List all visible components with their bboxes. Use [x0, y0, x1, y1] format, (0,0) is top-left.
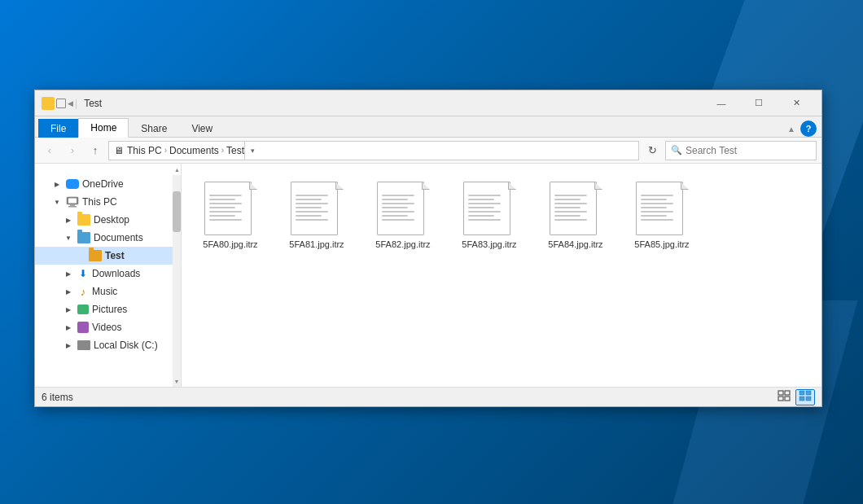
- chevron-pictures-icon: ▶: [63, 304, 74, 315]
- view-grid-button[interactable]: [774, 389, 794, 405]
- pictures-folder-icon: [77, 305, 89, 314]
- doc-line: [209, 211, 242, 213]
- doc-line: [468, 203, 501, 204]
- sidebar-item-downloads[interactable]: ▶ ⬇ Downloads: [35, 265, 181, 283]
- forward-button[interactable]: ›: [63, 141, 82, 160]
- sidebar-label-documents: Documents: [94, 232, 143, 243]
- titlebar-nav-left: ◀: [68, 99, 73, 107]
- forward-icon: ›: [71, 144, 74, 156]
- file-item[interactable]: 5FA81.jpg.itrz: [276, 172, 357, 255]
- path-this-pc[interactable]: This PC: [127, 145, 162, 156]
- ribbon-expand-icon[interactable]: ▲: [787, 125, 795, 134]
- ribbon-right: ▲ ?: [787, 121, 821, 137]
- svg-rect-3: [68, 206, 77, 208]
- doc-line: [382, 215, 408, 217]
- sidebar-item-thispc[interactable]: ▼ This PC: [35, 193, 181, 211]
- scrollbar-thumb[interactable]: [173, 191, 181, 232]
- sidebar-item-localdisk[interactable]: ▶ Local Disk (C:): [35, 336, 181, 354]
- doc-line: [209, 195, 242, 196]
- sidebar-item-onedrive[interactable]: ▶ OneDrive: [35, 175, 181, 193]
- path-computer-icon: 🖥: [114, 145, 124, 156]
- sidebar: ▲ ▶ OneDrive ▼ This PC: [35, 164, 182, 387]
- up-icon: ↑: [93, 144, 99, 156]
- help-button[interactable]: ?: [800, 121, 817, 137]
- doc-line: [554, 199, 580, 200]
- close-button[interactable]: ✕: [778, 90, 815, 116]
- refresh-button[interactable]: ↻: [642, 141, 662, 160]
- titlebar-separator: |: [75, 98, 77, 109]
- file-item[interactable]: 5FA85.jpg.itrz: [621, 172, 703, 255]
- titlebar: ◀ | Test — ☐ ✕: [35, 90, 821, 116]
- doc-line: [382, 211, 414, 213]
- view-list-button[interactable]: [795, 389, 815, 405]
- path-documents[interactable]: Documents: [169, 145, 219, 156]
- maximize-button[interactable]: ☐: [740, 90, 778, 116]
- sidebar-item-desktop[interactable]: ▶ Desktop: [35, 211, 181, 229]
- titlebar-folder-icon: [42, 97, 55, 110]
- chevron-test-icon: [74, 250, 85, 261]
- sidebar-item-pictures[interactable]: ▶ Pictures: [35, 300, 181, 318]
- svg-rect-10: [799, 397, 804, 401]
- explorer-window: ◀ | Test — ☐ ✕ File Home Share View ▲ ? …: [34, 90, 822, 407]
- sidebar-scrollbar[interactable]: ▼: [173, 164, 181, 387]
- thispc-icon: [66, 196, 79, 208]
- svg-rect-4: [778, 391, 783, 395]
- sidebar-label-pictures: Pictures: [92, 304, 127, 315]
- onedrive-cloud-icon: [66, 179, 79, 189]
- file-name: 5FA82.jpg.itrz: [375, 239, 430, 250]
- file-item[interactable]: 5FA84.jpg.itrz: [535, 172, 616, 255]
- doc-line: [382, 219, 414, 221]
- path-test[interactable]: Test: [226, 145, 244, 156]
- chevron-documents-icon: ▼: [63, 232, 74, 243]
- doc-line: [209, 199, 235, 200]
- address-path[interactable]: 🖥 This PC › Documents › Test ▾: [108, 141, 639, 160]
- view-grid-icon: [778, 390, 791, 404]
- sidebar-item-videos[interactable]: ▶ Videos: [35, 318, 181, 336]
- sidebar-label-downloads: Downloads: [92, 268, 140, 279]
- statusbar: 6 items: [35, 387, 821, 406]
- svg-rect-9: [806, 391, 811, 395]
- file-item[interactable]: 5FA80.jpg.itrz: [190, 172, 271, 255]
- tab-file[interactable]: File: [38, 119, 78, 138]
- tab-share[interactable]: Share: [129, 119, 179, 138]
- sidebar-label-videos: Videos: [92, 322, 121, 333]
- doc-line: [296, 203, 328, 204]
- doc-fold-corner: [681, 182, 689, 190]
- path-dropdown[interactable]: ▾: [244, 141, 261, 160]
- file-name: 5FA83.jpg.itrz: [462, 239, 516, 250]
- doc-line: [296, 207, 322, 208]
- search-input[interactable]: [686, 145, 811, 156]
- doc-line: [382, 203, 414, 204]
- back-icon: ‹: [48, 144, 51, 156]
- documents-folder-icon: [77, 232, 90, 243]
- doc-line: [468, 211, 501, 213]
- doc-lines: [468, 195, 501, 223]
- chevron-music-icon: ▶: [63, 286, 74, 297]
- doc-line: [296, 195, 328, 196]
- up-button[interactable]: ↑: [85, 141, 105, 160]
- doc-line: [296, 199, 322, 200]
- sidebar-item-documents[interactable]: ▼ Documents: [35, 229, 181, 247]
- doc-line: [554, 203, 587, 204]
- doc-line: [296, 219, 328, 221]
- sidebar-label-desktop: Desktop: [94, 214, 129, 226]
- minimize-button[interactable]: —: [703, 90, 740, 116]
- file-name: 5FA81.jpg.itrz: [289, 239, 344, 250]
- back-button[interactable]: ‹: [40, 141, 59, 160]
- tab-view[interactable]: View: [179, 119, 225, 138]
- search-box[interactable]: 🔍: [665, 141, 817, 160]
- doc-fold-corner: [422, 182, 430, 190]
- sidebar-scroll-up[interactable]: ▲: [35, 164, 181, 175]
- file-name: 5FA84.jpg.itrz: [548, 239, 602, 250]
- sidebar-scroll-down[interactable]: ▼: [173, 375, 181, 387]
- tab-home[interactable]: Home: [78, 118, 129, 138]
- file-icon: [291, 177, 343, 235]
- addressbar: ‹ › ↑ 🖥 This PC › Documents › Test ▾ ↻ 🔍: [35, 138, 821, 164]
- file-item[interactable]: 5FA83.jpg.itrz: [449, 172, 530, 255]
- desktop-folder-icon: [77, 214, 90, 226]
- file-item[interactable]: 5FA82.jpg.itrz: [362, 172, 444, 255]
- sidebar-item-music[interactable]: ▶ ♪ Music: [35, 283, 181, 300]
- doc-line: [641, 211, 673, 213]
- window-title: Test: [84, 98, 703, 109]
- sidebar-item-test[interactable]: Test: [35, 247, 181, 265]
